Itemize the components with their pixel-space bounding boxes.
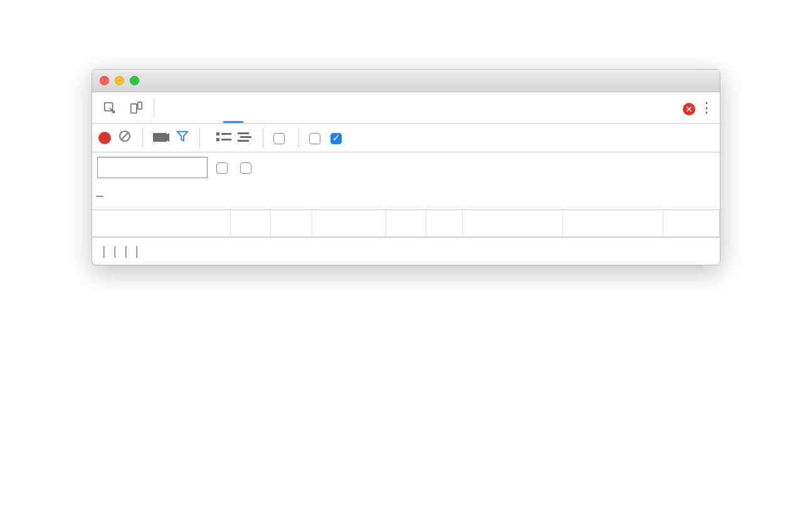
minimize-button[interactable] bbox=[115, 76, 124, 85]
col-size[interactable] bbox=[386, 210, 426, 236]
svg-line-4 bbox=[121, 132, 129, 140]
separator bbox=[154, 98, 154, 117]
tab-network[interactable] bbox=[223, 93, 243, 123]
svg-rect-2 bbox=[138, 102, 142, 109]
col-waterfall[interactable] bbox=[462, 210, 562, 236]
svg-rect-12 bbox=[238, 132, 249, 134]
device-toolbar-icon[interactable] bbox=[124, 97, 149, 119]
col-name[interactable] bbox=[92, 210, 230, 236]
separator bbox=[263, 129, 263, 147]
col-type[interactable] bbox=[270, 210, 312, 236]
network-requests-table bbox=[92, 210, 720, 237]
tab-more[interactable] bbox=[245, 93, 257, 123]
filter-input[interactable] bbox=[97, 157, 208, 178]
col-initiator[interactable] bbox=[312, 210, 386, 236]
view-large-icon[interactable] bbox=[216, 130, 231, 146]
svg-rect-8 bbox=[216, 132, 219, 135]
preserve-log-checkbox[interactable] bbox=[309, 130, 324, 146]
svg-rect-9 bbox=[221, 133, 231, 135]
devtools-tabs: ✕ ⋮ bbox=[92, 92, 720, 124]
separator bbox=[199, 129, 200, 147]
regex-checkbox[interactable] bbox=[216, 159, 231, 176]
col-wf2 bbox=[663, 210, 720, 236]
svg-rect-1 bbox=[131, 104, 137, 113]
separator bbox=[298, 129, 299, 147]
svg-rect-14 bbox=[238, 140, 249, 142]
svg-marker-6 bbox=[167, 133, 169, 142]
svg-rect-5 bbox=[153, 133, 167, 142]
table-header-row bbox=[92, 210, 720, 236]
network-table-area bbox=[92, 210, 720, 237]
tab-console[interactable] bbox=[181, 93, 201, 123]
col-wf1 bbox=[562, 210, 663, 236]
hide-data-urls-checkbox[interactable] bbox=[240, 159, 255, 176]
clear-icon[interactable] bbox=[117, 129, 132, 147]
record-button[interactable] bbox=[98, 132, 111, 144]
select-element-icon[interactable] bbox=[97, 97, 122, 119]
error-badge[interactable]: ✕ bbox=[683, 100, 697, 116]
traffic-lights bbox=[92, 76, 139, 85]
group-by-frame-checkbox[interactable] bbox=[273, 130, 288, 146]
status-bar: | | | | bbox=[92, 237, 720, 265]
type-filter-row bbox=[92, 183, 720, 210]
disable-cache-checkbox[interactable] bbox=[330, 130, 345, 146]
svg-rect-13 bbox=[240, 136, 251, 138]
network-toolbar bbox=[92, 124, 720, 152]
col-status[interactable] bbox=[230, 210, 270, 236]
svg-rect-11 bbox=[221, 139, 231, 141]
capture-screenshot-icon[interactable] bbox=[153, 130, 169, 146]
separator bbox=[142, 129, 143, 147]
svg-marker-7 bbox=[177, 131, 188, 141]
svg-rect-10 bbox=[216, 138, 219, 141]
view-small-icon[interactable] bbox=[238, 130, 253, 146]
filter-row bbox=[92, 152, 720, 183]
tab-elements[interactable] bbox=[159, 93, 179, 123]
filter-icon[interactable] bbox=[176, 129, 189, 147]
close-button[interactable] bbox=[100, 76, 109, 85]
titlebar bbox=[92, 70, 720, 92]
devtools-window: ✕ ⋮ bbox=[92, 69, 720, 265]
col-time[interactable] bbox=[426, 210, 462, 236]
settings-menu-icon[interactable]: ⋮ bbox=[699, 97, 715, 119]
filter-all[interactable] bbox=[96, 196, 103, 197]
zoom-button[interactable] bbox=[130, 76, 139, 85]
tab-sources[interactable] bbox=[202, 93, 222, 123]
